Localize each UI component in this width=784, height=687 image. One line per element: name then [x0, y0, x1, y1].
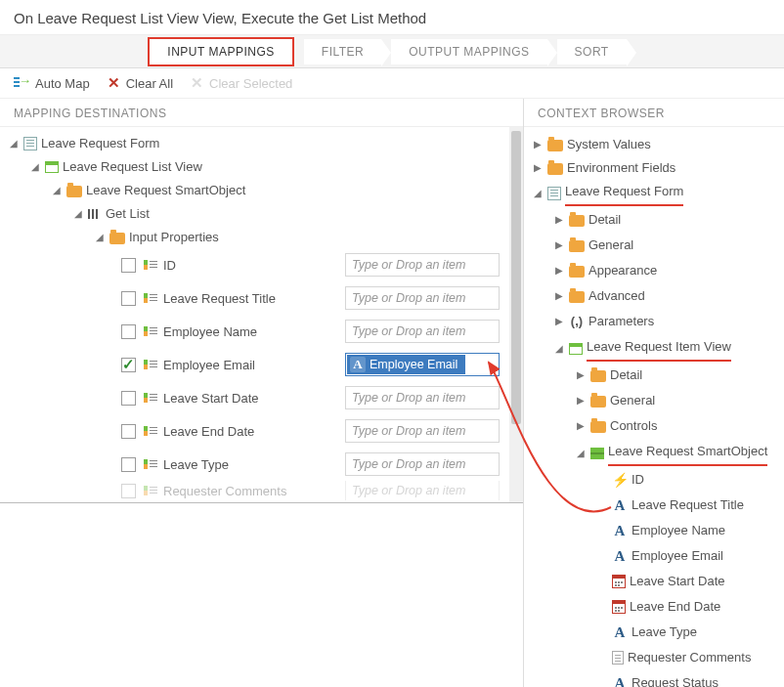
caret-right-icon[interactable]: ▶ [532, 156, 544, 180]
tree-node-parameters[interactable]: ▶(,)Parameters [553, 310, 782, 333]
auto-map-label: Auto Map [35, 76, 90, 91]
caret-right-icon[interactable]: ▶ [575, 389, 587, 412]
tab-filter[interactable]: FILTER [304, 39, 381, 64]
auto-map-button[interactable]: Auto Map [14, 75, 90, 91]
property-input[interactable]: Type or Drop an item [345, 253, 500, 277]
property-label: Leave Request Title [144, 291, 345, 306]
property-input[interactable]: AEmployee Email [345, 353, 500, 376]
property-input[interactable]: Type or Drop an item [345, 320, 500, 343]
context-field-status[interactable]: •ARequest Status [596, 671, 782, 687]
context-field-emp-name[interactable]: •AEmployee Name [596, 519, 782, 542]
property-checkbox[interactable] [121, 358, 136, 372]
property-label-text: Leave Type [163, 457, 229, 472]
property-checkbox[interactable] [121, 291, 136, 306]
property-input[interactable]: Type or Drop an item [345, 386, 500, 409]
property-checkbox[interactable] [121, 324, 136, 339]
tab-sort[interactable]: SORT [557, 39, 627, 64]
context-field-leave-type[interactable]: •ALeave Type [596, 621, 782, 644]
caret-right-icon[interactable]: ▶ [532, 133, 544, 156]
tab-input-mappings[interactable]: INPUT MAPPINGS [148, 37, 293, 66]
caret-down-icon[interactable]: ◢ [8, 133, 20, 154]
property-label: Leave Start Date [144, 391, 345, 406]
mapping-token[interactable]: AEmployee Email [347, 355, 465, 374]
tree-node-general[interactable]: ▶General [553, 234, 782, 257]
caret-right-icon[interactable]: ▶ [553, 310, 565, 333]
node-label: Employee Name [632, 519, 725, 542]
property-input[interactable]: Type or Drop an item [345, 419, 500, 443]
context-field-title[interactable]: •ALeave Request Title [596, 494, 782, 517]
context-field-start-date[interactable]: •Leave Start Date [596, 570, 782, 593]
property-label-text: Leave Start Date [163, 391, 259, 406]
property-input[interactable]: Type or Drop an item [345, 286, 500, 310]
tree-node-form[interactable]: ◢ Leave Request Form [532, 180, 782, 206]
tree-node-env-fields[interactable]: ▶ Environment Fields [532, 156, 782, 180]
tree-node-form[interactable]: ◢ Leave Request Form [8, 133, 519, 154]
tree-node-general[interactable]: ▶General [575, 389, 782, 412]
caret-down-icon[interactable]: ◢ [29, 156, 41, 178]
caret-down-icon[interactable]: ◢ [575, 442, 587, 465]
tree-node-advanced[interactable]: ▶Advanced [553, 284, 782, 308]
tree-node-view[interactable]: ◢ Leave Request List View [29, 156, 519, 178]
tree-node-appearance[interactable]: ▶Appearance [553, 259, 782, 282]
tree-node-smartobject[interactable]: ◢ Leave Request SmartObject [51, 180, 519, 201]
property-input[interactable]: Type or Drop an item [345, 452, 500, 476]
property-label: Leave End Date [144, 424, 345, 439]
caret-down-icon[interactable]: ◢ [72, 203, 84, 225]
tab-output-mappings[interactable]: OUTPUT MAPPINGS [391, 39, 546, 64]
folder-icon [590, 396, 606, 408]
scrollbar-thumb[interactable] [511, 131, 521, 424]
scrollbar[interactable] [509, 127, 523, 502]
tree-node-input-props[interactable]: ◢ Input Properties [94, 227, 519, 248]
property-input[interactable]: Type or Drop an item [345, 481, 500, 500]
field-icon [144, 391, 157, 405]
tree-node-detail[interactable]: ▶Detail [553, 208, 782, 232]
field-icon [144, 424, 157, 438]
property-checkbox[interactable] [121, 457, 136, 472]
tree-node-controls[interactable]: ▶Controls [575, 414, 782, 438]
property-checkbox[interactable] [121, 391, 136, 406]
folder-icon [66, 186, 82, 197]
tree-node-method[interactable]: ◢ Get List [72, 203, 519, 225]
node-label: ID [632, 468, 644, 492]
tree-node-smartobject[interactable]: ◢Leave Request SmartObject [575, 440, 782, 466]
context-field-emp-email[interactable]: •AEmployee Email [596, 544, 782, 568]
caret-right-icon[interactable]: ▶ [553, 284, 565, 308]
mapping-tree[interactable]: ◢ Leave Request Form ◢ Leave Request Lis… [0, 127, 523, 500]
caret-down-icon[interactable]: ◢ [94, 227, 106, 248]
token-label: Employee Email [370, 358, 457, 371]
caret-down-icon[interactable]: ◢ [553, 337, 565, 361]
clear-selected-label: Clear Selected [209, 76, 292, 91]
text-icon: A [612, 625, 628, 639]
caret-down-icon[interactable]: ◢ [532, 182, 544, 205]
folder-icon [569, 291, 585, 303]
context-browser-panel: CONTEXT BROWSER ▶ System Values ▶ Enviro… [524, 99, 784, 687]
tree-node-item-view[interactable]: ◢Leave Request Item View [553, 335, 782, 362]
context-field-end-date[interactable]: •Leave End Date [596, 595, 782, 619]
caret-right-icon[interactable]: ▶ [575, 414, 587, 438]
caret-right-icon[interactable]: ▶ [575, 364, 587, 387]
node-label: Environment Fields [567, 156, 675, 180]
context-field-id[interactable]: •⚡ID [596, 468, 782, 492]
method-icon [88, 209, 102, 219]
caret-right-icon[interactable]: ▶ [553, 208, 565, 232]
property-checkbox[interactable] [121, 258, 136, 273]
clear-all-button[interactable]: ✕ Clear All [108, 74, 173, 92]
form-icon [23, 137, 37, 150]
text-icon: A [612, 676, 628, 687]
caret-down-icon[interactable]: ◢ [51, 180, 63, 201]
tree-node-detail[interactable]: ▶Detail [575, 364, 782, 387]
caret-right-icon[interactable]: ▶ [553, 234, 565, 257]
caret-right-icon[interactable]: ▶ [553, 259, 565, 282]
mapping-destinations-panel: MAPPING DESTINATIONS ◢ Leave Request For… [0, 99, 524, 687]
node-label: General [588, 234, 633, 257]
node-label: Leave End Date [630, 595, 720, 619]
context-tree[interactable]: ▶ System Values ▶ Environment Fields ◢ L… [524, 127, 784, 687]
node-label: General [610, 389, 655, 412]
node-label: Leave Request Title [632, 494, 744, 517]
property-checkbox[interactable] [121, 424, 136, 439]
tree-node-system-values[interactable]: ▶ System Values [532, 133, 782, 156]
property-checkbox[interactable] [121, 484, 136, 498]
node-label: Leave Request SmartObject [86, 180, 245, 201]
folder-icon [569, 240, 585, 252]
context-field-req-comments[interactable]: •Requester Comments [596, 646, 782, 669]
